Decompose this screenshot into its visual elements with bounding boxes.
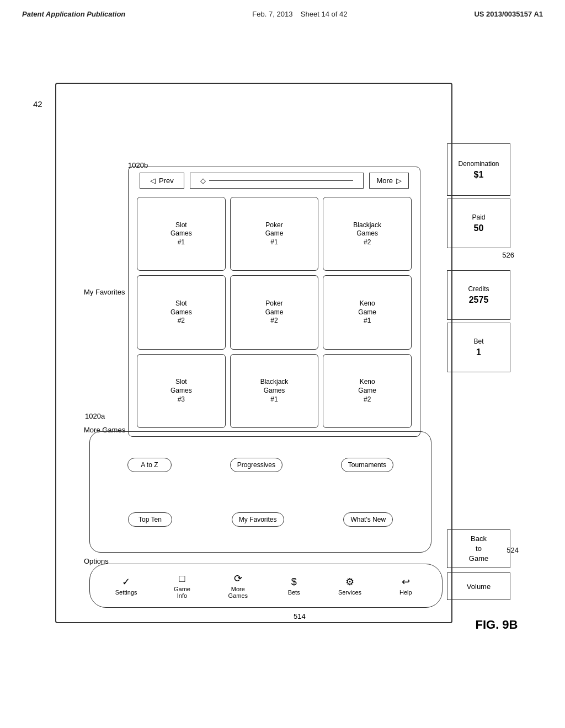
volume-label: Volume (467, 582, 491, 591)
header-right: US 2013/0035157 A1 (474, 10, 543, 18)
nav-moregames[interactable]: ⟳ MoreGames (221, 572, 254, 599)
more-nav-button[interactable]: ◇ (190, 173, 364, 189)
games-row-2: Top Ten My Favorites What's New (98, 512, 423, 527)
game-card-3[interactable]: BlackjackGames#2 (323, 197, 412, 271)
game-grid: SlotGames#1 PokerGame#1 BlackjackGames#2… (134, 194, 414, 431)
nav-help-label: Help (399, 589, 412, 596)
pill-topten[interactable]: Top Ten (128, 512, 172, 527)
settings-icon: ✓ (122, 576, 130, 588)
pill-tournaments[interactable]: Tournaments (341, 458, 393, 472)
nav-bets[interactable]: $ Bets (278, 576, 311, 596)
diagram-area: 42 Options ✓ Settings □ GameInfo ⟳ MoreG… (33, 66, 519, 673)
nav-settings[interactable]: ✓ Settings (110, 576, 143, 596)
volume-cell[interactable]: Volume (447, 572, 510, 600)
ref-1020a: 1020a (85, 412, 105, 420)
game-card-2[interactable]: PokerGame#1 (230, 197, 319, 271)
game-card-8[interactable]: BlackjackGames#1 (230, 354, 319, 428)
game-card-4[interactable]: SlotGames#2 (137, 275, 226, 349)
fig-label: FIG. 9B (475, 618, 519, 632)
bet-value: 1 (476, 347, 481, 357)
header-center: Feb. 7, 2013 Sheet 14 of 42 (252, 10, 347, 18)
denomination-label: Denomination (458, 160, 499, 168)
game-card-7[interactable]: SlotGames#3 (137, 354, 226, 428)
game-card-5[interactable]: PokerGame#2 (230, 275, 319, 349)
more-label: More (376, 176, 393, 185)
nav-services-label: Services (338, 589, 361, 596)
paid-cell: Paid 50 (447, 199, 510, 248)
favorites-box: ◁ Prev ◇ More ▷ SlotGames#1 PokerGame#1 … (128, 167, 420, 437)
ref-514: 514 (294, 612, 306, 620)
more-arrow-icon: ▷ (396, 176, 402, 185)
prev-button[interactable]: ◁ Prev (140, 173, 184, 189)
bottom-nav-bar: ✓ Settings □ GameInfo ⟳ MoreGames $ Bets… (89, 564, 443, 608)
paid-value: 50 (474, 223, 484, 233)
more-button[interactable]: More ▷ (369, 173, 409, 189)
back-to-game-button[interactable]: BacktoGame (447, 529, 510, 568)
gameinfo-icon: □ (179, 573, 185, 585)
header-left: Patent Application Publication (22, 10, 125, 18)
nav-help[interactable]: ↩ Help (389, 576, 422, 596)
nav-services[interactable]: ⚙ Services (333, 576, 366, 596)
game-card-1[interactable]: SlotGames#1 (137, 197, 226, 271)
bet-label: Bet (473, 338, 483, 345)
pill-whatsnew[interactable]: What's New (343, 512, 393, 527)
services-icon: ⚙ (345, 576, 354, 588)
nav-gameinfo[interactable]: □ GameInfo (166, 573, 199, 599)
ref-526: 526 (502, 251, 514, 259)
game-card-9[interactable]: KenoGame#2 (323, 354, 412, 428)
more-games-box: A to Z Progressives Tournaments Top Ten … (89, 431, 431, 553)
pill-atoz[interactable]: A to Z (127, 458, 172, 472)
pill-progressives[interactable]: Progressives (230, 458, 282, 472)
outer-box: Options ✓ Settings □ GameInfo ⟳ MoreGame… (55, 83, 452, 623)
denomination-value: $1 (474, 170, 484, 180)
back-to-game-label: BacktoGame (469, 534, 488, 564)
bet-cell: Bet 1 (447, 323, 510, 372)
games-row-1: A to Z Progressives Tournaments (98, 458, 423, 472)
credits-label: Credits (468, 285, 489, 293)
nav-moregames-label: MoreGames (228, 586, 248, 599)
prev-arrow-icon: ◁ (150, 176, 156, 185)
diamond-icon: ◇ (200, 176, 206, 185)
nav-bets-label: Bets (288, 589, 300, 596)
help-icon: ↩ (402, 576, 410, 588)
credits-value: 2575 (469, 295, 489, 305)
my-favorites-label: My Favorites (84, 288, 125, 296)
denomination-cell: Denomination $1 (447, 143, 510, 196)
nav-arrows-row: ◁ Prev ◇ More ▷ (134, 173, 414, 189)
bets-icon: $ (291, 576, 297, 588)
ref-42: 42 (33, 99, 42, 109)
credits-cell: Credits 2575 (447, 270, 510, 320)
paid-label: Paid (472, 213, 485, 221)
game-card-6[interactable]: KenoGame#1 (323, 275, 412, 349)
nav-settings-label: Settings (115, 589, 137, 596)
page-header: Patent Application Publication Feb. 7, 2… (0, 0, 565, 24)
nav-gameinfo-label: GameInfo (174, 586, 190, 599)
prev-label: Prev (159, 176, 174, 185)
pill-myfavorites[interactable]: My Favorites (232, 512, 284, 527)
ref-524: 524 (507, 546, 519, 554)
moregames-icon: ⟳ (234, 572, 242, 585)
